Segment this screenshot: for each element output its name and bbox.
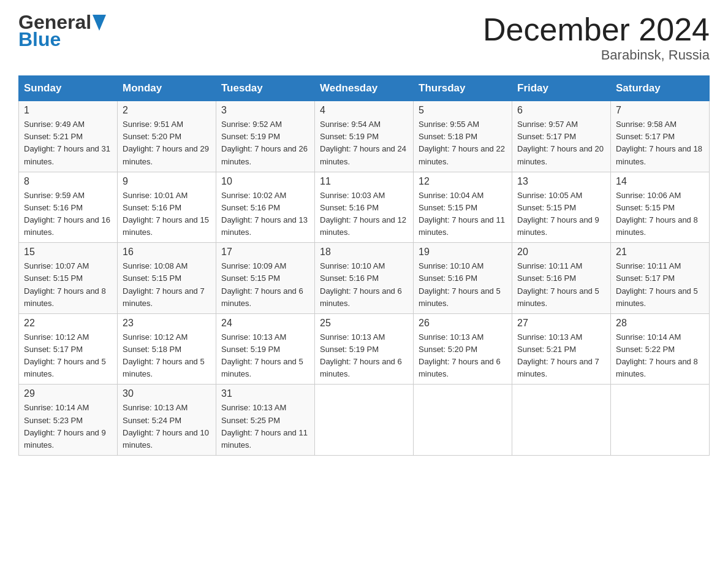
day-number: 2 xyxy=(123,105,211,116)
day-number: 31 xyxy=(221,388,309,399)
calendar-cell: 18Sunrise: 10:10 AMSunset: 5:16 PMDaylig… xyxy=(315,243,414,314)
calendar-cell: 1Sunrise: 9:49 AMSunset: 5:21 PMDaylight… xyxy=(19,101,118,172)
day-info: Sunrise: 10:14 AMSunset: 5:22 PMDaylight… xyxy=(616,331,704,381)
calendar-cell: 29Sunrise: 10:14 AMSunset: 5:23 PMDaylig… xyxy=(19,385,118,456)
day-info: Sunrise: 9:54 AMSunset: 5:19 PMDaylight:… xyxy=(320,118,408,168)
calendar-cell: 12Sunrise: 10:04 AMSunset: 5:15 PMDaylig… xyxy=(414,172,512,243)
calendar-week-5: 29Sunrise: 10:14 AMSunset: 5:23 PMDaylig… xyxy=(19,385,710,456)
calendar-cell: 27Sunrise: 10:13 AMSunset: 5:21 PMDaylig… xyxy=(512,313,611,385)
day-number: 6 xyxy=(517,105,605,116)
day-info: Sunrise: 10:12 AMSunset: 5:17 PMDaylight… xyxy=(24,331,112,381)
weekday-header-tuesday: Tuesday xyxy=(216,76,315,101)
day-number: 21 xyxy=(616,247,704,258)
day-number: 7 xyxy=(616,105,704,116)
calendar-cell: 21Sunrise: 10:11 AMSunset: 5:17 PMDaylig… xyxy=(611,243,710,314)
day-number: 25 xyxy=(320,318,408,329)
day-info: Sunrise: 9:58 AMSunset: 5:17 PMDaylight:… xyxy=(616,118,704,168)
calendar-week-2: 8Sunrise: 9:59 AMSunset: 5:16 PMDaylight… xyxy=(19,172,710,243)
calendar-cell xyxy=(512,385,611,456)
weekday-header-monday: Monday xyxy=(118,76,216,101)
calendar-cell: 10Sunrise: 10:02 AMSunset: 5:16 PMDaylig… xyxy=(216,172,315,243)
calendar-cell: 3Sunrise: 9:52 AMSunset: 5:19 PMDaylight… xyxy=(216,101,315,172)
day-number: 22 xyxy=(24,318,112,329)
calendar-cell: 25Sunrise: 10:13 AMSunset: 5:19 PMDaylig… xyxy=(315,313,414,385)
day-number: 23 xyxy=(123,318,211,329)
day-info: Sunrise: 9:49 AMSunset: 5:21 PMDaylight:… xyxy=(24,118,112,168)
calendar-cell: 17Sunrise: 10:09 AMSunset: 5:15 PMDaylig… xyxy=(216,243,315,314)
day-number: 8 xyxy=(24,176,112,187)
day-number: 14 xyxy=(616,176,704,187)
day-number: 9 xyxy=(123,176,211,187)
calendar-cell: 26Sunrise: 10:13 AMSunset: 5:20 PMDaylig… xyxy=(414,313,512,385)
day-info: Sunrise: 10:11 AMSunset: 5:16 PMDaylight… xyxy=(517,260,605,310)
day-number: 1 xyxy=(24,105,112,116)
weekday-row: SundayMondayTuesdayWednesdayThursdayFrid… xyxy=(19,76,710,101)
day-number: 3 xyxy=(221,105,309,116)
logo-blue: Blue xyxy=(18,29,61,49)
day-info: Sunrise: 10:04 AMSunset: 5:15 PMDaylight… xyxy=(419,190,507,239)
day-number: 10 xyxy=(221,176,309,187)
calendar-week-3: 15Sunrise: 10:07 AMSunset: 5:15 PMDaylig… xyxy=(19,243,710,314)
calendar-cell: 24Sunrise: 10:13 AMSunset: 5:19 PMDaylig… xyxy=(216,313,315,385)
day-number: 16 xyxy=(123,247,211,258)
day-info: Sunrise: 9:57 AMSunset: 5:17 PMDaylight:… xyxy=(517,118,605,168)
calendar-cell: 20Sunrise: 10:11 AMSunset: 5:16 PMDaylig… xyxy=(512,243,611,314)
day-info: Sunrise: 10:10 AMSunset: 5:16 PMDaylight… xyxy=(320,260,408,310)
weekday-header-friday: Friday xyxy=(512,76,611,101)
day-info: Sunrise: 10:01 AMSunset: 5:16 PMDaylight… xyxy=(123,190,211,239)
day-number: 12 xyxy=(419,176,507,187)
day-info: Sunrise: 10:12 AMSunset: 5:18 PMDaylight… xyxy=(123,331,211,381)
calendar-cell: 4Sunrise: 9:54 AMSunset: 5:19 PMDaylight… xyxy=(315,101,414,172)
calendar-header: SundayMondayTuesdayWednesdayThursdayFrid… xyxy=(19,76,710,101)
day-number: 17 xyxy=(221,247,309,258)
day-number: 30 xyxy=(123,388,211,399)
day-info: Sunrise: 10:11 AMSunset: 5:17 PMDaylight… xyxy=(616,260,704,310)
calendar-cell: 31Sunrise: 10:13 AMSunset: 5:25 PMDaylig… xyxy=(216,385,315,456)
calendar-cell: 30Sunrise: 10:13 AMSunset: 5:24 PMDaylig… xyxy=(118,385,216,456)
day-info: Sunrise: 10:07 AMSunset: 5:15 PMDaylight… xyxy=(24,260,112,310)
calendar-cell: 6Sunrise: 9:57 AMSunset: 5:17 PMDaylight… xyxy=(512,101,611,172)
day-number: 4 xyxy=(320,105,408,116)
calendar-cell xyxy=(414,385,512,456)
day-info: Sunrise: 10:14 AMSunset: 5:23 PMDaylight… xyxy=(24,402,112,451)
day-number: 29 xyxy=(24,388,112,399)
svg-marker-0 xyxy=(93,15,106,31)
day-info: Sunrise: 10:13 AMSunset: 5:24 PMDaylight… xyxy=(123,402,211,451)
day-info: Sunrise: 9:59 AMSunset: 5:16 PMDaylight:… xyxy=(24,190,112,239)
weekday-header-thursday: Thursday xyxy=(414,76,512,101)
calendar-cell: 5Sunrise: 9:55 AMSunset: 5:18 PMDaylight… xyxy=(414,101,512,172)
logo: General Blue xyxy=(18,12,106,49)
day-info: Sunrise: 10:13 AMSunset: 5:20 PMDaylight… xyxy=(419,331,507,381)
day-number: 15 xyxy=(24,247,112,258)
day-info: Sunrise: 10:13 AMSunset: 5:19 PMDaylight… xyxy=(320,331,408,381)
day-info: Sunrise: 10:09 AMSunset: 5:15 PMDaylight… xyxy=(221,260,309,310)
weekday-header-saturday: Saturday xyxy=(611,76,710,101)
calendar-cell xyxy=(611,385,710,456)
calendar-week-1: 1Sunrise: 9:49 AMSunset: 5:21 PMDaylight… xyxy=(19,101,710,172)
day-number: 13 xyxy=(517,176,605,187)
day-number: 19 xyxy=(419,247,507,258)
day-number: 28 xyxy=(616,318,704,329)
calendar-cell: 7Sunrise: 9:58 AMSunset: 5:17 PMDaylight… xyxy=(611,101,710,172)
month-title: December 2024 xyxy=(483,12,710,47)
day-number: 11 xyxy=(320,176,408,187)
day-number: 5 xyxy=(419,105,507,116)
page-header: General Blue December 2024 Barabinsk, Ru… xyxy=(18,12,710,63)
day-info: Sunrise: 10:02 AMSunset: 5:16 PMDaylight… xyxy=(221,190,309,239)
calendar-cell xyxy=(315,385,414,456)
calendar-cell: 28Sunrise: 10:14 AMSunset: 5:22 PMDaylig… xyxy=(611,313,710,385)
calendar-cell: 19Sunrise: 10:10 AMSunset: 5:16 PMDaylig… xyxy=(414,243,512,314)
day-info: Sunrise: 10:13 AMSunset: 5:21 PMDaylight… xyxy=(517,331,605,381)
weekday-header-sunday: Sunday xyxy=(19,76,118,101)
logo-triangle-icon xyxy=(93,15,106,31)
calendar-cell: 8Sunrise: 9:59 AMSunset: 5:16 PMDaylight… xyxy=(19,172,118,243)
day-info: Sunrise: 10:05 AMSunset: 5:15 PMDaylight… xyxy=(517,190,605,239)
day-info: Sunrise: 9:51 AMSunset: 5:20 PMDaylight:… xyxy=(123,118,211,168)
day-number: 27 xyxy=(517,318,605,329)
weekday-header-wednesday: Wednesday xyxy=(315,76,414,101)
day-info: Sunrise: 10:13 AMSunset: 5:25 PMDaylight… xyxy=(221,402,309,451)
calendar-cell: 22Sunrise: 10:12 AMSunset: 5:17 PMDaylig… xyxy=(19,313,118,385)
day-number: 26 xyxy=(419,318,507,329)
day-info: Sunrise: 10:10 AMSunset: 5:16 PMDaylight… xyxy=(419,260,507,310)
calendar-cell: 16Sunrise: 10:08 AMSunset: 5:15 PMDaylig… xyxy=(118,243,216,314)
